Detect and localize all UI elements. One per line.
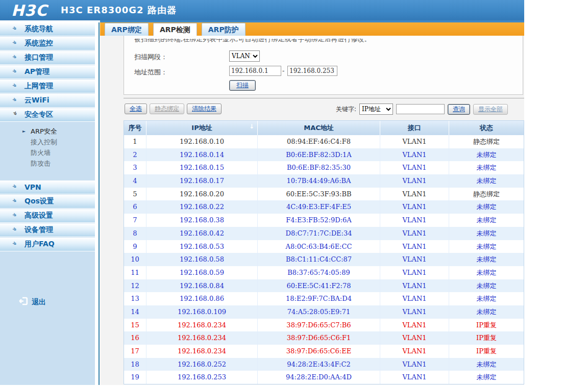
logout-button[interactable]: 退出 bbox=[18, 297, 46, 307]
table-row[interactable]: 18192.168.0.25294:28:2E:43:4F:C2VLAN1未绑定 bbox=[124, 358, 524, 371]
row-interface: VLAN1 bbox=[380, 188, 449, 201]
sidebar-subitem-firewall[interactable]: 防火墙 bbox=[0, 147, 95, 158]
sidebar-item-internet-mgmt[interactable]: »上网管理 bbox=[0, 80, 95, 93]
table-row[interactable]: 16192.168.0.23438:97:D6:65:C6:F1VLAN1IP重… bbox=[124, 331, 524, 345]
range-start-input[interactable] bbox=[229, 66, 281, 76]
tab-arp-detect[interactable]: ARP检测 bbox=[153, 23, 197, 36]
select-all-button[interactable]: 全选 bbox=[125, 104, 147, 114]
row-ip: 192.168.0.53 bbox=[146, 240, 258, 253]
row-interface: VLAN1 bbox=[380, 174, 449, 188]
active-arrow-icon: ► bbox=[22, 129, 28, 134]
sidebar-item-interface-mgmt[interactable]: »接口管理 bbox=[0, 51, 95, 65]
sidebar-item-cloud-wifi[interactable]: »云WiFi bbox=[0, 94, 95, 108]
table-row[interactable]: 13192.168.0.8618:E2:9F:7C:BA:D4VLAN1未绑定 bbox=[124, 292, 524, 305]
column-header-IP地址[interactable]: IP地址↓ bbox=[146, 121, 258, 135]
main-content: ARP绑定ARP检测ARP防护 被扫描到的终端,在绑定列表中显示;可自动进行绑定… bbox=[100, 20, 524, 385]
keyword-type-select[interactable]: IP地址 bbox=[359, 104, 393, 115]
row-mac: D8:C7:71:7C:DE:34 bbox=[258, 227, 380, 240]
row-no: 5 bbox=[124, 188, 146, 201]
column-header-状态[interactable]: 状态 bbox=[449, 121, 524, 135]
table-row[interactable]: 12192.168.0.8460:EE:5C:41:F2:78VLAN1未绑定 bbox=[124, 279, 524, 293]
row-ip: 192.168.0.234 bbox=[146, 319, 258, 332]
row-mac: 10:7B:44:49:A6:BA bbox=[258, 174, 380, 188]
table-row[interactable]: 5192.168.0.2060:EE:5C:3F:93:BBVLAN1静态绑定 bbox=[124, 188, 524, 201]
table-row[interactable]: 15192.168.0.23438:97:D6:65:C7:B6VLAN1IP重… bbox=[124, 319, 524, 332]
tab-arp-bind[interactable]: ARP绑定 bbox=[105, 23, 149, 36]
sidebar-item-device-mgmt[interactable]: »设备管理 bbox=[0, 223, 95, 237]
sidebar-item-label: AP管理 bbox=[24, 67, 50, 76]
sort-descending-icon: ↓ bbox=[249, 119, 254, 134]
table-row[interactable]: 2192.168.0.14B0:6E:BF:82:3D:1AVLAN1未绑定 bbox=[124, 148, 524, 162]
address-range-label: 地址范围 : bbox=[134, 68, 165, 77]
row-mac: 74:A5:28:05:E9:71 bbox=[258, 305, 380, 319]
row-mac: B8:37:65:74:05:89 bbox=[258, 266, 380, 279]
sidebar-subitem-arp-security[interactable]: ►ARP安全 bbox=[0, 126, 95, 137]
table-row[interactable]: 6192.168.0.224C:49:E3:EF:4F:E5VLAN1未绑定 bbox=[124, 200, 524, 214]
panel-description-clipped: 被扫描到的终端,在绑定列表中显示;可自动进行绑定或者手动绑定后再进行修改。 bbox=[134, 39, 420, 44]
sidebar-item-user-faq[interactable]: »用户FAQ bbox=[0, 238, 95, 251]
table-body: 1192.168.0.1008:94:EF:46:C4:F8VLAN1静态绑定2… bbox=[124, 135, 524, 384]
table-row[interactable]: 7192.168.0.38F4:E3:FB:52:9D:6AVLAN1未绑定 bbox=[124, 214, 524, 227]
row-ip: 192.168.0.38 bbox=[146, 214, 258, 227]
row-interface: VLAN1 bbox=[380, 266, 449, 279]
chevron-right-icon: » bbox=[11, 210, 22, 221]
logout-icon bbox=[18, 297, 28, 307]
row-mac: 94:28:2E:43:4F:C2 bbox=[258, 358, 380, 371]
clear-results-button[interactable]: 清除结果 bbox=[187, 104, 222, 114]
sidebar-item-vpn[interactable]: »VPN bbox=[0, 180, 95, 194]
content-body: 被扫描到的终端,在绑定列表中显示;可自动进行绑定或者手动绑定后再进行修改。 扫描… bbox=[100, 36, 524, 385]
table-row[interactable]: 1192.168.0.1008:94:EF:46:C4:F8VLAN1静态绑定 bbox=[124, 135, 524, 148]
h3c-logo: H3C bbox=[11, 2, 47, 19]
sidebar-item-advanced[interactable]: »高级设置 bbox=[0, 209, 95, 223]
table-row[interactable]: 11192.168.0.59B8:37:65:74:05:89VLAN1未绑定 bbox=[124, 266, 524, 279]
table-row[interactable]: 4192.168.0.1710:7B:44:49:A6:BAVLAN1未绑定 bbox=[124, 174, 524, 188]
sidebar-item-security-zone[interactable]: »安全专区 bbox=[0, 108, 95, 122]
query-button[interactable]: 查询 bbox=[448, 104, 470, 115]
range-end-input[interactable] bbox=[287, 66, 337, 76]
row-mac: 60:EE:5C:41:F2:78 bbox=[258, 279, 380, 293]
sidebar-item-ap-mgmt[interactable]: »AP管理 bbox=[0, 65, 95, 79]
sidebar-group-main: »系统导航»系统监控»接口管理»AP管理»上网管理»云WiFi»安全专区►ARP… bbox=[0, 22, 95, 173]
table-row[interactable]: 17192.168.0.23438:97:D6:65:C6:EEVLAN1IP重… bbox=[124, 345, 524, 358]
sidebar-subitem-label: 接入控制 bbox=[31, 138, 57, 147]
sidebar-subitem-access-control[interactable]: 接入控制 bbox=[0, 137, 95, 147]
table-row[interactable]: 14192.168.0.10974:A5:28:05:E9:71VLAN1未绑定 bbox=[124, 305, 524, 319]
row-status: IP重复 bbox=[449, 345, 524, 358]
table-row[interactable]: 8192.168.0.42D8:C7:71:7C:DE:34VLAN1未绑定 bbox=[124, 227, 524, 240]
sidebar-item-label: 高级设置 bbox=[24, 211, 53, 220]
arp-results-table: 序号IP地址↓MAC地址接口状态 1192.168.0.1008:94:EF:4… bbox=[124, 120, 524, 384]
table-row[interactable]: 10192.168.0.58B8:C1:11:C4:CC:87VLAN1未绑定 bbox=[124, 253, 524, 266]
column-header-序号[interactable]: 序号 bbox=[124, 121, 146, 135]
row-status: IP重复 bbox=[449, 319, 524, 332]
row-no: 19 bbox=[124, 371, 146, 384]
scan-button[interactable]: 扫描 bbox=[229, 80, 256, 91]
row-ip: 192.168.0.15 bbox=[146, 161, 258, 174]
page-title: H3C ER8300G2 路由器 bbox=[61, 4, 177, 16]
row-status: 未绑定 bbox=[449, 148, 524, 162]
static-bind-button[interactable]: 静态绑定 bbox=[150, 104, 184, 114]
row-ip: 192.168.0.17 bbox=[146, 174, 258, 188]
keyword-search-input[interactable] bbox=[396, 104, 445, 114]
scan-segment-select[interactable]: VLAN1 bbox=[229, 50, 260, 62]
chevron-right-icon: » bbox=[11, 239, 22, 250]
chevron-right-icon: » bbox=[11, 95, 22, 106]
sidebar-item-qos[interactable]: »Qos设置 bbox=[0, 195, 95, 209]
row-status: 未绑定 bbox=[449, 266, 524, 279]
row-ip: 192.168.0.252 bbox=[146, 358, 258, 371]
table-row[interactable]: 19192.168.0.25394:28:2E:D0:AA:4DVLAN1未绑定 bbox=[124, 371, 524, 384]
row-status: 未绑定 bbox=[449, 200, 524, 214]
column-header-接口[interactable]: 接口 bbox=[380, 121, 449, 135]
sidebar-item-label: VPN bbox=[24, 183, 41, 191]
column-header-MAC地址[interactable]: MAC地址 bbox=[258, 121, 380, 135]
sidebar-item-system-monitor[interactable]: »系统监控 bbox=[0, 37, 95, 50]
sidebar-subitem-anti-attack[interactable]: 防攻击 bbox=[0, 158, 95, 169]
table-row[interactable]: 9192.168.0.53A8:0C:63:B4:6E:CCVLAN1未绑定 bbox=[124, 240, 524, 253]
sidebar-item-system-nav[interactable]: »系统导航 bbox=[0, 22, 95, 36]
sidebar-item-label: 设备管理 bbox=[24, 225, 53, 235]
row-ip: 192.168.0.253 bbox=[146, 371, 258, 384]
row-status: 未绑定 bbox=[449, 292, 524, 305]
tab-arp-guard[interactable]: ARP防护 bbox=[202, 23, 246, 36]
show-all-button[interactable]: 显示全部 bbox=[473, 104, 508, 115]
table-row[interactable]: 3192.168.0.15B0:6E:BF:82:35:30VLAN1未绑定 bbox=[124, 161, 524, 174]
row-ip: 192.168.0.14 bbox=[146, 148, 258, 162]
